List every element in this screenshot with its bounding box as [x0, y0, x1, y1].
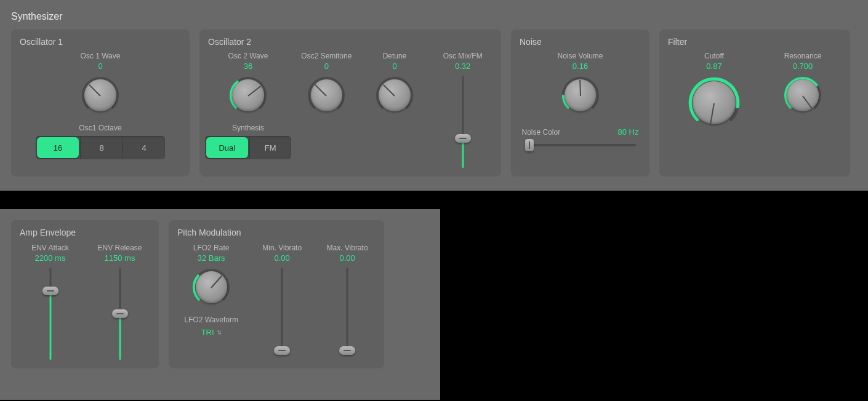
osc1-octave-label: Osc1 Octave	[79, 124, 121, 132]
osc1-wave-label: Osc 1 Wave	[81, 52, 121, 60]
noise-color-label: Noise Color	[522, 128, 561, 137]
panel-amp-envelope: Amp Envelope ENV Attack 2200 ms ENV Rele…	[11, 220, 159, 368]
max-vibrato-label: Max. Vibrato	[326, 244, 368, 252]
seg-option-fm[interactable]: FM	[249, 136, 292, 159]
noise-color-value: 80 Hz	[618, 127, 639, 137]
panel-title-amp: Amp Envelope	[20, 228, 150, 237]
seg-option-dual[interactable]: Dual	[206, 137, 248, 158]
osc2-wave-value: 36	[244, 62, 252, 71]
amp-attack-slider[interactable]	[41, 268, 60, 360]
osc1-octave-seg: 1684	[36, 136, 165, 159]
panel-filter: Filter Cutoff 0.87 Resonance 0.700	[659, 30, 850, 177]
amp-attack-value: 2200 ms	[35, 253, 66, 263]
seg-option-4[interactable]: 4	[123, 136, 165, 159]
amp-attack-label: ENV Attack	[31, 244, 69, 252]
min-vibrato-value: 0.00	[275, 253, 290, 263]
noise-volume-value: 0.16	[573, 62, 588, 71]
panel-title-noise: Noise	[520, 37, 641, 47]
page-title: Synthesizer	[11, 11, 857, 22]
seg-option-8[interactable]: 8	[80, 136, 123, 159]
noise-color-slider[interactable]	[525, 140, 636, 150]
min-vibrato-label: Min. Vibrato	[262, 244, 302, 252]
amp-release-slider[interactable]	[111, 268, 129, 360]
amp-release-label: ENV Release	[97, 244, 142, 252]
filter-resonance-value: 0.700	[793, 62, 813, 71]
osc2-mix-value: 0.32	[455, 62, 470, 71]
amp-release-value: 1150 ms	[105, 253, 135, 263]
lfo2-waveform-label: LFO2 Waveform	[184, 316, 238, 324]
max-vibrato-slider[interactable]	[338, 268, 356, 351]
filter-cutoff-knob[interactable]	[687, 76, 741, 130]
panel-oscillator-2: Oscillator 2 Osc 2 Wave 36 Synthesis Dua…	[199, 30, 501, 177]
noise-volume-label: Noise Volume	[557, 52, 603, 60]
panel-oscillator-1: Oscillator 1 Osc 1 Wave 0 Osc1 Octave 16…	[11, 30, 190, 177]
filter-cutoff-value: 0.87	[706, 62, 721, 71]
seg-option-16[interactable]: 16	[37, 137, 79, 158]
panel-title-filter: Filter	[668, 37, 842, 47]
osc2-detune-label: Detune	[383, 52, 407, 60]
noise-volume-knob[interactable]	[561, 76, 600, 115]
osc2-semitone-label: Osc2 Semitone	[301, 52, 352, 60]
min-vibrato-slider[interactable]	[273, 268, 291, 351]
chevron-updown-icon: ⇅	[217, 329, 222, 336]
lfo2-rate-knob[interactable]	[191, 268, 231, 307]
lfo2-waveform-select[interactable]: TRI ⇅	[201, 328, 222, 337]
lfo2-waveform-value: TRI	[201, 328, 214, 337]
panel-title-pitch: Pitch Modulation	[177, 228, 376, 237]
osc2-synthesis-label: Synthesis	[232, 124, 264, 132]
panel-title-osc2: Oscillator 2	[208, 37, 492, 47]
max-vibrato-value: 0.00	[339, 253, 355, 263]
osc1-wave-knob[interactable]	[81, 76, 120, 115]
filter-cutoff-label: Cutoff	[704, 52, 724, 60]
panel-noise: Noise Noise Volume 0.16 Noise Color 80 H…	[511, 30, 649, 177]
lfo2-rate-label: LFO2 Rate	[193, 244, 230, 252]
osc2-semitone-knob[interactable]	[307, 76, 346, 115]
osc2-mix-slider[interactable]	[454, 76, 472, 168]
osc2-mix-label: Osc Mix/FM	[443, 52, 483, 60]
osc2-wave-knob[interactable]	[228, 76, 268, 115]
osc2-synthesis-seg: DualFM	[205, 136, 291, 159]
lfo2-rate-value: 32 Bars	[198, 253, 225, 263]
osc2-wave-label: Osc 2 Wave	[228, 52, 268, 60]
osc2-detune-knob[interactable]	[375, 76, 414, 115]
filter-resonance-knob[interactable]	[783, 76, 822, 115]
osc2-semitone-value: 0	[324, 62, 329, 71]
osc2-detune-value: 0	[392, 62, 396, 71]
panel-title-osc1: Oscillator 1	[20, 37, 181, 47]
osc1-wave-value: 0	[98, 62, 102, 71]
panel-pitch-modulation: Pitch Modulation LFO2 Rate 32 Bars LFO2 …	[169, 220, 384, 368]
filter-resonance-label: Resonance	[784, 52, 822, 60]
